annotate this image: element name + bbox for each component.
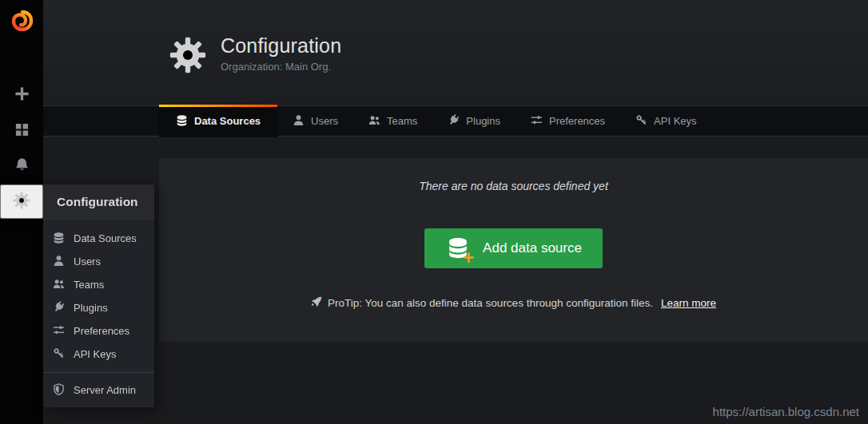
database-icon	[53, 232, 65, 246]
key-icon	[53, 347, 65, 362]
tab-label: API Keys	[654, 115, 696, 127]
shield-icon	[53, 383, 65, 398]
database-icon	[176, 114, 188, 129]
tab-users[interactable]: Users	[277, 106, 353, 136]
menu-item-label: Teams	[74, 279, 104, 291]
configuration-button[interactable]	[0, 184, 43, 219]
page-subtitle: Organization: Main Org.	[221, 61, 341, 73]
tab-label: Plugins	[466, 115, 500, 127]
users-icon	[53, 278, 65, 292]
grid-icon	[14, 122, 30, 140]
tab-plugins[interactable]: Plugins	[432, 106, 516, 136]
content-panel: There are no data sources defined yet Ad…	[159, 158, 868, 342]
gear-icon	[169, 37, 206, 73]
database-plus-icon	[445, 236, 471, 260]
menu-item-label: Server Admin	[74, 384, 136, 396]
users-icon	[368, 114, 380, 129]
menu-item-label: Plugins	[74, 302, 108, 314]
plus-icon	[14, 86, 30, 104]
sliders-icon	[531, 114, 543, 129]
add-data-source-button[interactable]: Add data source	[424, 228, 603, 268]
add-data-source-label: Add data source	[483, 240, 582, 256]
gear-icon	[13, 192, 30, 212]
tab-data-sources[interactable]: Data Sources	[159, 106, 277, 136]
tab-label: Preferences	[549, 115, 605, 127]
alerting-button[interactable]	[0, 153, 43, 180]
page-header: Configuration Organization: Main Org.	[43, 0, 868, 106]
plug-icon	[53, 301, 65, 315]
tab-teams[interactable]: Teams	[353, 106, 432, 136]
sliders-icon	[53, 324, 65, 339]
tab-preferences[interactable]: Preferences	[516, 106, 620, 136]
tab-bar: Data Sources Users Teams Plugins Prefere…	[43, 105, 868, 137]
menu-item-teams[interactable]: Teams	[43, 273, 154, 296]
key-icon	[635, 114, 647, 129]
menu-item-plugins[interactable]: Plugins	[43, 296, 154, 319]
grafana-logo-icon	[9, 24, 34, 36]
tab-label: Data Sources	[194, 115, 261, 127]
configuration-flyout: Configuration Data Sources Users Teams P…	[0, 184, 154, 407]
menu-divider	[43, 372, 154, 373]
menu-item-data-sources[interactable]: Data Sources	[43, 227, 154, 250]
tab-api-keys[interactable]: API Keys	[620, 106, 711, 136]
menu-item-api-keys[interactable]: API Keys	[43, 343, 154, 366]
flyout-header: Configuration	[0, 184, 154, 219]
flyout-title: Configuration	[43, 195, 138, 209]
create-button[interactable]	[0, 81, 43, 109]
user-icon	[53, 255, 65, 269]
bell-icon	[14, 157, 30, 175]
menu-item-label: API Keys	[74, 348, 116, 360]
plug-icon	[448, 114, 460, 129]
rocket-icon	[311, 296, 322, 310]
menu-item-label: Data Sources	[74, 232, 137, 244]
menu-item-server-admin[interactable]: Server Admin	[43, 378, 154, 402]
flyout-body: Data Sources Users Teams Plugins Prefere…	[43, 219, 154, 407]
dashboards-button[interactable]	[0, 117, 43, 145]
grafana-logo[interactable]	[9, 8, 34, 34]
empty-state-message: There are no data sources defined yet	[419, 180, 608, 192]
menu-item-preferences[interactable]: Preferences	[43, 319, 154, 343]
menu-item-users[interactable]: Users	[43, 250, 154, 273]
learn-more-link[interactable]: Learn more	[661, 297, 716, 309]
user-icon	[293, 114, 305, 129]
menu-item-label: Preferences	[74, 325, 129, 337]
protip: ProTip: You can also define data sources…	[311, 296, 716, 310]
tab-label: Users	[311, 115, 338, 127]
page-title: Configuration	[221, 34, 341, 57]
header-titles: Configuration Organization: Main Org.	[221, 34, 341, 73]
watermark: https://artisan.blog.csdn.net	[713, 405, 859, 418]
protip-text: ProTip: You can also define data sources…	[328, 297, 653, 309]
tab-label: Teams	[387, 115, 417, 127]
menu-item-label: Users	[74, 256, 101, 267]
